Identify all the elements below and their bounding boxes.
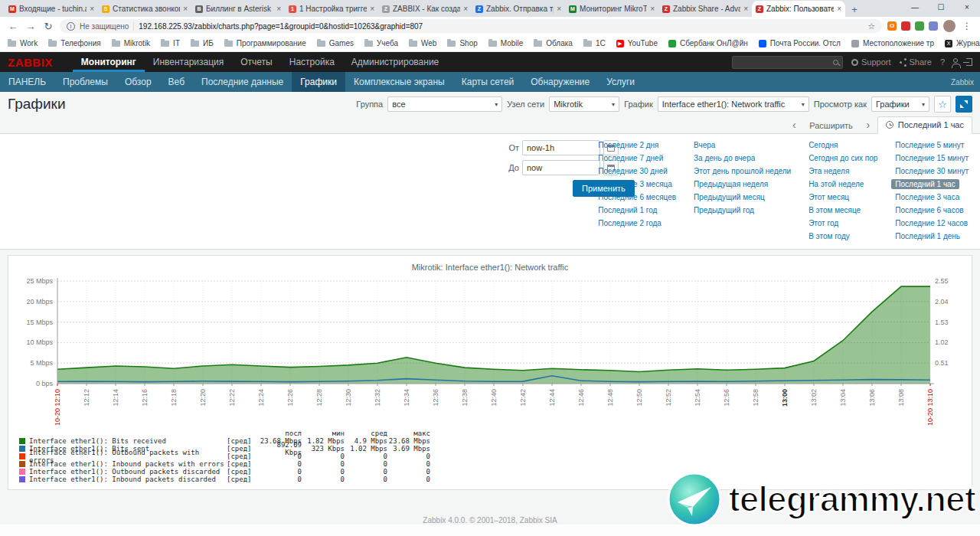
time-range-link[interactable]: Последние 3 часа [891,192,963,202]
bookmark-item[interactable]: XЖурнал «Хакер» - « [945,39,980,47]
tab-close-icon[interactable]: × [557,5,561,13]
maximize-button[interactable]: ☐ [928,0,954,17]
host-select[interactable]: Mikrotik [549,96,619,112]
reload-icon[interactable]: ↻ [42,21,54,32]
search-input[interactable] [732,56,843,69]
browser-tab[interactable]: MМониторинг MikroTik× [565,1,658,17]
browser-tab[interactable]: ZZabbix. Отправка триг× [472,1,565,17]
browser-tab[interactable]: MВходящие - tuchin.a@× [5,1,98,17]
time-range-link[interactable]: Последний 1 час [891,179,959,189]
tab-close-icon[interactable]: × [276,5,281,13]
time-range-link[interactable]: Последние 2 дня [594,140,662,150]
time-from-input[interactable] [522,140,600,155]
share-link[interactable]: Share [900,57,932,67]
sub-nav-item[interactable]: Услуги [598,72,643,92]
bookmark-item[interactable]: Облака [534,39,573,47]
time-range-tab[interactable]: Последний 1 час [877,116,972,134]
bookmark-item[interactable]: Work [8,39,38,47]
bookmark-item[interactable]: ▶YouTube [616,39,658,47]
new-tab-button[interactable]: + [845,2,864,17]
bookmark-item[interactable]: Сбербанк ОнЛ@йн [668,39,748,47]
group-select[interactable]: все [387,96,502,112]
bookmark-item[interactable]: Местоположение тр [851,39,934,47]
time-range-link[interactable]: Последние 3 месяца [594,179,676,189]
site-info-icon[interactable] [67,22,75,31]
extension-icon[interactable] [901,21,910,31]
bookmark-item[interactable]: Mikrotik [112,39,150,47]
extension-icon[interactable]: O [887,21,897,31]
time-to-input[interactable] [522,160,600,175]
tab-close-icon[interactable]: × [370,5,374,13]
time-range-link[interactable]: Предыдущий год [690,205,758,215]
sub-nav-item[interactable]: Последние данные [193,72,292,92]
tab-close-icon[interactable]: × [743,5,748,13]
tab-close-icon[interactable]: × [183,5,188,13]
time-range-link[interactable]: Сегодня до сих пор [805,153,881,163]
sub-nav-item[interactable]: Веб [160,72,193,92]
main-nav-item[interactable]: Администрирование [343,52,447,72]
add-favourite-button[interactable] [934,96,951,113]
bookmark-item[interactable]: 1С [583,39,606,47]
time-range-link[interactable]: Последний 1 день [891,231,964,241]
bookmark-item[interactable]: Shop [447,39,477,47]
time-range-link[interactable]: Последние 5 минут [891,140,968,150]
zabbix-logo[interactable]: ZABBIX [8,56,53,69]
bookmark-item[interactable]: Телефония [48,39,101,47]
time-range-link[interactable]: Предыдущая неделя [690,179,772,189]
back-icon[interactable]: ← [7,21,19,32]
extension-icon[interactable] [929,21,938,31]
time-range-link[interactable]: Последние 15 минут [891,153,972,163]
help-link[interactable]: ? [940,57,945,67]
profile-avatar[interactable] [943,20,956,32]
bookmark-item[interactable]: Games [317,39,354,47]
time-range-link[interactable]: Последние 12 часов [891,218,972,228]
profile-icon[interactable] [953,58,958,63]
bookmark-item[interactable]: Программирование [224,39,306,47]
time-range-link[interactable]: Этот месяц [805,192,853,202]
kiosk-mode-button[interactable] [956,96,972,113]
view-as-select[interactable]: Графики [871,96,929,112]
graph-select[interactable]: Interface ether1(): Network traffic [658,96,809,112]
bookmark-item[interactable]: Учеба [364,39,398,47]
sub-nav-item[interactable]: Комплексные экраны [345,72,453,92]
extension-icon[interactable] [915,21,924,31]
tab-close-icon[interactable]: × [463,5,468,13]
close-button[interactable]: × [954,0,980,17]
tab-close-icon[interactable]: × [650,5,655,13]
main-nav-item[interactable]: Отчеты [232,52,280,72]
tab-close-icon[interactable]: × [837,5,841,13]
main-nav-item[interactable]: Инвентаризация [145,52,232,72]
browser-tab[interactable]: SСтатистика звонков С× [98,1,191,17]
time-back-icon[interactable]: ‹ [786,116,802,133]
sub-nav-item[interactable]: Графики [292,72,345,92]
bookmark-item[interactable]: Почта России. Отсл [759,39,841,47]
time-range-link[interactable]: Последний 1 год [594,205,661,215]
browser-tab[interactable]: 11 Настройка триггера× [285,1,378,17]
time-range-link[interactable]: В этом году [805,231,854,241]
time-range-link[interactable]: За день до вчера [690,153,759,163]
bookmark-star-icon[interactable]: ☆ [867,21,875,31]
browser-tab[interactable]: ZZabbix Share - Advanc× [658,1,752,17]
browser-tab[interactable]: ZZABBIX - Как создать т× [378,1,472,17]
time-range-link[interactable]: На этой неделе [805,179,867,189]
sub-nav-item[interactable]: Обнаружение [522,72,598,92]
url-text[interactable]: 192.168.225.93/zabbix/charts.php?page=1&… [139,22,863,31]
forward-icon[interactable]: → [24,21,37,32]
bookmark-item[interactable]: Web [409,39,436,47]
zoom-out-button[interactable]: Расширить [803,118,859,133]
time-range-link[interactable]: В этом месяце [805,205,864,215]
tab-close-icon[interactable]: × [90,5,94,13]
time-range-link[interactable]: Последние 6 месяцев [594,192,680,202]
sub-nav-item[interactable]: Карты сетей [453,72,523,92]
time-range-link[interactable]: Последние 6 часов [891,205,967,215]
sub-nav-item[interactable]: ПАНЕЛЬ [0,72,54,92]
time-range-link[interactable]: Сегодня [805,140,841,150]
sub-nav-item[interactable]: Обзор [116,72,160,92]
logout-icon[interactable] [966,58,972,66]
omnibox[interactable]: Не защищено 192.168.225.93/zabbix/charts… [60,19,882,33]
browser-tab[interactable]: BБиллинг в Asterisk | Б× [191,1,285,17]
support-link[interactable]: Support [851,57,891,67]
browser-menu-icon[interactable]: ⋮ [961,21,973,31]
time-range-link[interactable]: Последние 30 дней [594,166,671,176]
time-range-link[interactable]: Последние 7 дней [594,153,667,163]
